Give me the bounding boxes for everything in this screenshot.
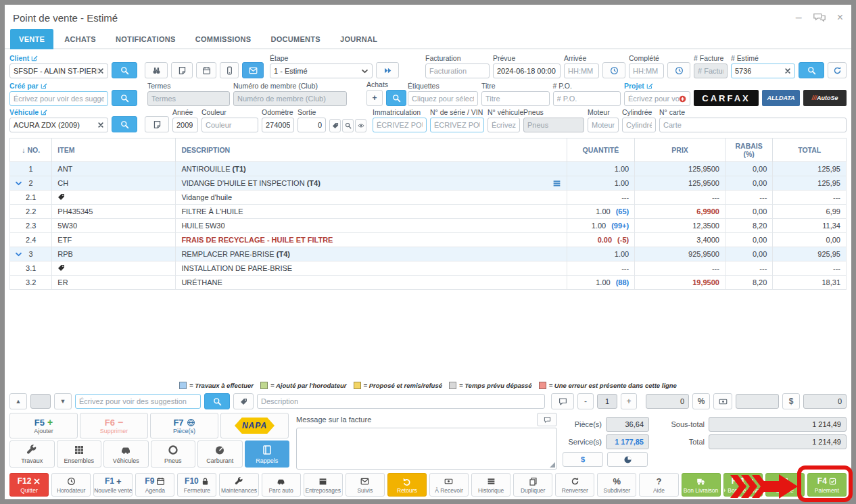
next-step-button[interactable] — [376, 62, 399, 78]
carte-input[interactable]: Carte — [659, 118, 847, 132]
message-comment-button[interactable] — [537, 413, 557, 426]
vin-input[interactable]: ÉCRIVEZ POUR VOIR D — [430, 118, 484, 132]
estime-search-button[interactable] — [799, 62, 824, 78]
napa-button[interactable]: NAPA — [220, 413, 289, 438]
vehicule-input[interactable]: ACURA ZDX (2009) — [9, 118, 108, 132]
percent-button[interactable]: % — [692, 393, 710, 409]
titre-input[interactable]: Titre — [481, 91, 550, 106]
quick-description-input[interactable]: Description — [257, 394, 545, 409]
category-vehicules[interactable]: Véhicules — [103, 440, 149, 468]
close-button[interactable]: × — [837, 12, 843, 23]
carfax-logo[interactable]: CARFAX — [694, 90, 759, 106]
cree-par-input[interactable]: Écrivez pour voir des suggestions — [9, 91, 108, 106]
item-row[interactable]: 3.1 INSTALLATION DE PARE-BRISE --- --- -… — [10, 261, 847, 276]
vehicle-view-button[interactable] — [355, 119, 366, 132]
renverser-button[interactable]: Renverser — [555, 473, 594, 497]
prevue-input[interactable]: 2024-06-18 00:00 — [493, 64, 561, 78]
vehicule-search-button[interactable] — [112, 116, 137, 132]
vehicle-search-small-button[interactable] — [342, 119, 354, 132]
col-quantite[interactable]: QUANTITÉ — [567, 138, 635, 162]
historique-button[interactable]: Historique — [471, 473, 510, 497]
achats-search-button[interactable] — [386, 90, 406, 106]
client-note-button[interactable] — [171, 62, 193, 78]
clear-icon[interactable] — [784, 68, 791, 74]
bon-livraison-button[interactable]: Bon Livraison — [682, 473, 721, 497]
suivis-button[interactable]: Suivis — [346, 473, 385, 497]
tab-notifications[interactable]: NOTIFICATIONS — [107, 29, 185, 49]
paiement-button[interactable]: F4 Paiement — [807, 473, 847, 497]
vehicule-note-button[interactable] — [145, 116, 169, 132]
odometre-input[interactable]: 274005 — [262, 118, 294, 132]
entreposages-button[interactable]: Entreposages — [304, 473, 343, 497]
nouvelle-vente-button[interactable]: F1+ Nouvelle vente — [93, 473, 133, 497]
facturation-input[interactable]: Facturation — [425, 64, 490, 78]
cree-par-search-button[interactable] — [112, 90, 137, 106]
client-lookup-button[interactable] — [145, 62, 168, 78]
retours-button[interactable]: Retours — [387, 473, 427, 497]
f6-delete-button[interactable]: F6− Supprimer — [80, 413, 148, 438]
achats-add-button[interactable]: + — [366, 90, 383, 106]
horodateur-button[interactable]: Horodateur — [51, 473, 91, 497]
dupliquer-button[interactable]: Dupliquer — [513, 473, 552, 497]
edit-icon[interactable] — [41, 82, 47, 89]
qty-plus-button[interactable]: + — [621, 393, 637, 409]
aide-button[interactable]: ? Aide — [639, 473, 678, 497]
annee-input[interactable]: 2009 — [172, 118, 198, 132]
minimize-button[interactable]: – — [796, 12, 802, 23]
a-recevoir-button[interactable]: À Recevoir — [429, 473, 469, 497]
client-search-button[interactable] — [112, 62, 137, 78]
chevron-down-icon[interactable] — [15, 180, 22, 188]
add-circle-icon[interactable] — [679, 95, 686, 103]
autoserve-logo[interactable]: ///AutoSe — [803, 90, 847, 106]
col-prix[interactable]: PRIX — [635, 138, 726, 162]
category-pneus[interactable]: Pneus — [151, 440, 196, 468]
estime-button[interactable]: Estimé — [765, 473, 805, 497]
alldata-logo[interactable]: ALLDATA — [762, 90, 800, 106]
client-input[interactable]: SFSDF - ALAIN ST-PIERRE — [9, 64, 108, 78]
tab-achats[interactable]: ACHATS — [55, 29, 105, 49]
category-travaux[interactable]: Travaux — [9, 440, 55, 468]
couleur-input[interactable]: Couleur — [201, 118, 258, 132]
col-rabais[interactable]: RABAIS (%) — [725, 138, 772, 162]
item-row[interactable]: 2.2 PH435345 FILTRE À L'HUILE 1.00(65) 6… — [10, 205, 847, 219]
task-list-icon[interactable] — [552, 179, 561, 188]
item-row[interactable]: 3.2 ER URÉTHANE 1.00(88) 19,9500 8,20 18… — [10, 276, 847, 290]
complete-input[interactable]: HH:MM — [629, 64, 664, 78]
immatriculation-input[interactable]: ÉCRIVEZ POUR VOIR D — [373, 118, 427, 132]
estime-input[interactable]: 5736 — [731, 64, 795, 78]
category-carburant[interactable]: Carburant — [197, 440, 243, 468]
item-row[interactable]: 1 ANT ANTIROUILLE (T1) 1.00 125,9500 0,0… — [10, 162, 847, 176]
f7-parts-button[interactable]: F7 Pièce(s) — [150, 413, 218, 438]
bon-de-travail-button[interactable]: F11 + Bon de travail — [723, 473, 763, 497]
agenda-button[interactable]: F9 Agenda — [135, 473, 174, 497]
category-ensembles[interactable]: Ensembles — [57, 440, 102, 468]
dollar-button[interactable]: $ — [782, 393, 800, 409]
clear-icon[interactable] — [97, 68, 104, 74]
tab-commissions[interactable]: COMMISSIONS — [187, 29, 260, 49]
quick-search-button[interactable] — [204, 393, 230, 409]
col-no[interactable]: ↓ NO. — [10, 138, 52, 162]
parc-auto-button[interactable]: Parc auto — [262, 473, 301, 497]
vehicle-tag-button[interactable] — [329, 119, 341, 132]
col-item[interactable]: ITEM — [52, 138, 176, 162]
edit-icon[interactable] — [31, 55, 38, 61]
quick-comment-button[interactable] — [551, 393, 574, 409]
no-vehicule-input[interactable]: Écrivez p — [488, 118, 520, 132]
moteur-input[interactable]: Moteur — [588, 118, 619, 132]
edit-icon[interactable] — [646, 82, 653, 89]
chevron-down-icon[interactable] — [15, 251, 22, 259]
category-rappels[interactable]: Rappels — [245, 440, 290, 468]
complete-clock-button[interactable] — [667, 62, 690, 78]
col-description[interactable]: DESCRIPTION — [176, 138, 567, 162]
arrivee-clock-button[interactable] — [602, 62, 625, 78]
quit-button[interactable]: F12 Quitter — [9, 473, 49, 497]
etape-select[interactable]: 1 - Estimé — [270, 64, 373, 78]
item-row[interactable]: 2.1 Vidange d'huile --- --- --- --- — [10, 191, 847, 205]
item-row[interactable]: 2 CH VIDANGE D'HUILE ET INSPECTION (T4) … — [10, 176, 847, 191]
quick-search-input[interactable]: Écrivez pour voir des suggestion — [75, 394, 201, 409]
sortie-input[interactable]: 0 — [298, 118, 326, 132]
money-button[interactable] — [713, 393, 732, 409]
tab-journal[interactable]: JOURNAL — [331, 29, 386, 49]
maintenances-button[interactable]: Maintenances — [219, 473, 258, 497]
col-total[interactable]: TOTAL — [773, 138, 847, 162]
